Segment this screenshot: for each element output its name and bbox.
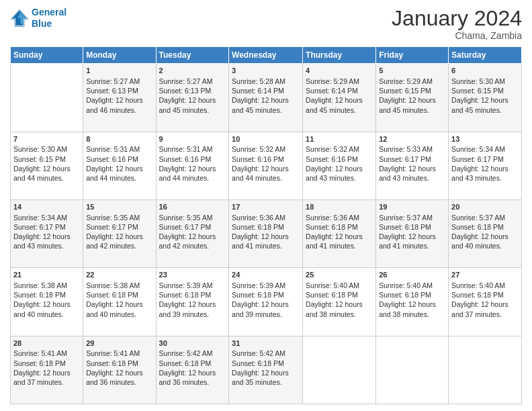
week-row-3: 21Sunrise: 5:38 AMSunset: 6:18 PMDayligh… [11, 268, 522, 336]
day-info-line: Daylight: 12 hours [379, 164, 445, 173]
subtitle: Chama, Zambia [392, 30, 522, 41]
week-row-4: 28Sunrise: 5:41 AMSunset: 6:18 PMDayligh… [11, 336, 522, 404]
day-info-line: and 37 minutes. [451, 310, 519, 319]
day-info-line: and 43 minutes. [306, 173, 373, 183]
day-number: 29 [86, 338, 152, 349]
calendar-cell: 6Sunrise: 5:30 AMSunset: 6:15 PMDaylight… [449, 64, 522, 132]
calendar-cell: 26Sunrise: 5:40 AMSunset: 6:18 PMDayligh… [376, 268, 449, 336]
day-info-line: Daylight: 12 hours [232, 95, 300, 105]
day-info-line: and 45 minutes. [306, 105, 373, 115]
calendar-cell: 17Sunrise: 5:36 AMSunset: 6:18 PMDayligh… [229, 199, 303, 267]
calendar-cell: 21Sunrise: 5:38 AMSunset: 6:18 PMDayligh… [11, 268, 83, 336]
logo-general: General [32, 7, 66, 17]
day-info-line: and 38 minutes. [379, 310, 445, 319]
calendar-cell: 11Sunrise: 5:32 AMSunset: 6:16 PMDayligh… [303, 132, 376, 199]
day-info-line: Daylight: 12 hours [451, 232, 519, 241]
week-row-1: 7Sunrise: 5:30 AMSunset: 6:15 PMDaylight… [11, 132, 522, 199]
day-number: 18 [306, 202, 373, 212]
day-info-line: and 43 minutes. [379, 173, 445, 183]
day-number: 13 [451, 134, 519, 144]
day-number: 3 [232, 66, 300, 76]
day-info-line: Sunset: 6:18 PM [159, 359, 226, 368]
day-info-line: Sunrise: 5:41 AM [13, 349, 80, 358]
day-number: 20 [451, 202, 519, 212]
main-title: January 2024 [392, 7, 522, 30]
day-info-line: Sunset: 6:16 PM [159, 154, 226, 164]
calendar-cell: 12Sunrise: 5:33 AMSunset: 6:17 PMDayligh… [376, 132, 449, 199]
calendar-cell: 16Sunrise: 5:35 AMSunset: 6:17 PMDayligh… [156, 199, 229, 267]
day-info-line: and 37 minutes. [13, 377, 80, 387]
day-info-line: Sunset: 6:18 PM [232, 359, 300, 368]
day-number: 15 [86, 202, 152, 212]
title-block: January 2024 Chama, Zambia [392, 7, 522, 41]
day-info-line: Sunrise: 5:39 AM [159, 281, 226, 290]
day-info-line: Daylight: 12 hours [232, 232, 300, 241]
calendar-cell: 14Sunrise: 5:34 AMSunset: 6:17 PMDayligh… [11, 199, 83, 267]
day-info-line: Sunrise: 5:28 AM [232, 77, 300, 86]
calendar-cell: 7Sunrise: 5:30 AMSunset: 6:15 PMDaylight… [11, 132, 83, 199]
day-info-line: Daylight: 12 hours [159, 232, 226, 241]
day-info-line: Sunrise: 5:40 AM [306, 281, 373, 290]
day-info-line: Daylight: 12 hours [306, 300, 373, 309]
day-info-line: Sunset: 6:17 PM [379, 154, 445, 164]
day-info-line: Daylight: 12 hours [86, 300, 152, 309]
day-info-line: and 45 minutes. [232, 105, 300, 115]
day-info-line: Daylight: 12 hours [232, 164, 300, 173]
calendar-cell [303, 336, 376, 404]
day-info-line: Daylight: 12 hours [451, 95, 519, 105]
day-info-line: Daylight: 12 hours [379, 95, 445, 105]
calendar-cell: 28Sunrise: 5:41 AMSunset: 6:18 PMDayligh… [11, 336, 83, 404]
day-info-line: Daylight: 12 hours [13, 300, 80, 309]
day-info-line: Sunset: 6:17 PM [13, 222, 80, 232]
calendar-cell: 20Sunrise: 5:37 AMSunset: 6:18 PMDayligh… [449, 199, 522, 267]
day-number: 9 [159, 134, 226, 144]
day-info-line: and 44 minutes. [232, 173, 300, 183]
day-info-line: Daylight: 12 hours [86, 368, 152, 377]
calendar-cell: 2Sunrise: 5:27 AMSunset: 6:13 PMDaylight… [156, 64, 229, 132]
day-info-line: Sunrise: 5:31 AM [159, 144, 226, 154]
day-info-line: Sunrise: 5:33 AM [379, 144, 445, 154]
header-cell-tuesday: Tuesday [156, 47, 229, 64]
calendar-cell: 5Sunrise: 5:29 AMSunset: 6:15 PMDaylight… [376, 64, 449, 132]
day-info-line: Sunrise: 5:40 AM [451, 281, 519, 290]
day-number: 19 [379, 202, 445, 212]
day-info-line: Sunset: 6:18 PM [379, 290, 445, 300]
day-number: 22 [86, 270, 152, 280]
day-number: 2 [159, 66, 226, 76]
calendar-cell: 3Sunrise: 5:28 AMSunset: 6:14 PMDaylight… [229, 64, 303, 132]
day-info-line: and 41 minutes. [306, 241, 373, 250]
header-cell-wednesday: Wednesday [229, 47, 303, 64]
day-info-line: Sunrise: 5:29 AM [379, 77, 445, 86]
day-info-line: Daylight: 12 hours [86, 232, 152, 241]
day-info-line: Daylight: 12 hours [232, 300, 300, 309]
day-info-line: and 41 minutes. [232, 241, 300, 250]
day-info-line: Sunset: 6:13 PM [159, 86, 226, 95]
day-info-line: and 44 minutes. [86, 173, 152, 183]
day-info-line: Daylight: 12 hours [159, 164, 226, 173]
week-row-2: 14Sunrise: 5:34 AMSunset: 6:17 PMDayligh… [11, 199, 522, 267]
calendar-cell: 23Sunrise: 5:39 AMSunset: 6:18 PMDayligh… [156, 268, 229, 336]
day-info-line: Sunset: 6:15 PM [451, 86, 519, 95]
day-info-line: Sunset: 6:16 PM [232, 154, 300, 164]
day-number: 6 [451, 66, 519, 76]
header-row: SundayMondayTuesdayWednesdayThursdayFrid… [11, 47, 522, 64]
calendar-table: SundayMondayTuesdayWednesdayThursdayFrid… [10, 46, 522, 404]
day-info-line: and 40 minutes. [86, 310, 152, 319]
day-info-line: Sunset: 6:13 PM [86, 86, 152, 95]
day-info-line: Sunset: 6:18 PM [13, 290, 80, 300]
day-info-line: Sunset: 6:16 PM [86, 154, 152, 164]
day-info-line: Sunrise: 5:38 AM [13, 281, 80, 290]
calendar-cell: 10Sunrise: 5:32 AMSunset: 6:16 PMDayligh… [229, 132, 303, 199]
day-info-line: Sunrise: 5:36 AM [306, 213, 373, 222]
calendar-cell: 22Sunrise: 5:38 AMSunset: 6:18 PMDayligh… [83, 268, 156, 336]
day-info-line: Sunset: 6:17 PM [159, 222, 226, 232]
calendar-cell: 30Sunrise: 5:42 AMSunset: 6:18 PMDayligh… [156, 336, 229, 404]
day-info-line: Sunrise: 5:41 AM [86, 349, 152, 358]
day-info-line: Sunset: 6:18 PM [306, 222, 373, 232]
day-info-line: and 39 minutes. [159, 310, 226, 319]
day-info-line: and 36 minutes. [159, 377, 226, 387]
calendar-cell: 29Sunrise: 5:41 AMSunset: 6:18 PMDayligh… [83, 336, 156, 404]
day-info-line: Daylight: 12 hours [13, 368, 80, 377]
header-cell-thursday: Thursday [303, 47, 376, 64]
day-number: 23 [159, 270, 226, 280]
